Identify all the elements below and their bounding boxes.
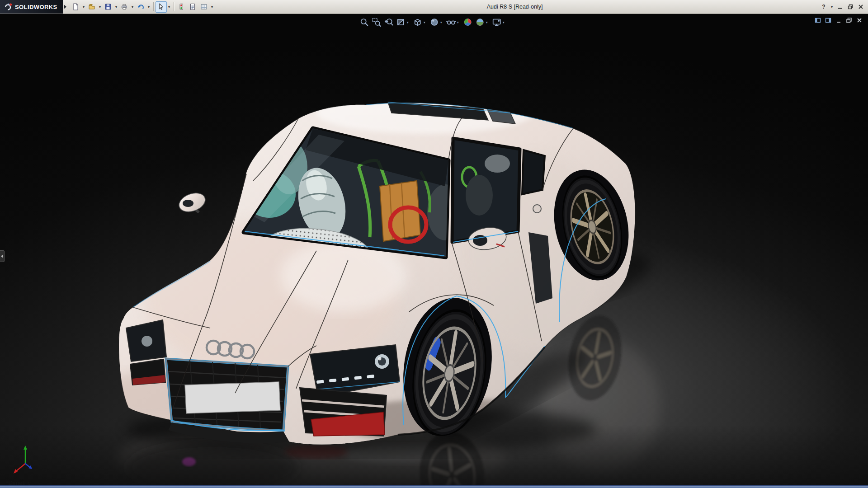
- solidworks-logo: SOLIDWORKS: [0, 0, 63, 14]
- window-title: Audi R8 S [Read-only]: [487, 4, 543, 10]
- left-intake: [130, 359, 165, 385]
- panel-collapse-tab[interactable]: [0, 250, 5, 262]
- print-button[interactable]: [119, 1, 130, 13]
- close-button[interactable]: [856, 2, 865, 11]
- apply-scene-button[interactable]: [474, 16, 486, 28]
- hide-show-items-button[interactable]: [445, 16, 457, 28]
- window-controls: ? ▾: [819, 2, 868, 11]
- model-3d-view[interactable]: [0, 14, 868, 485]
- chevron-left-icon: [1, 254, 3, 258]
- title-bar: SOLIDWORKS ▾ ▾ ▾ ▾ ▾ ▾ ▾ Aud: [0, 0, 868, 14]
- status-bar: [0, 485, 868, 488]
- help-dropdown[interactable]: ▾: [830, 5, 834, 9]
- orientation-triad: [9, 442, 42, 478]
- zoom-to-area-button[interactable]: [370, 16, 382, 28]
- open-button[interactable]: [86, 1, 98, 13]
- left-mirror[interactable]: [176, 190, 208, 215]
- save-button[interactable]: [103, 1, 114, 13]
- document-window-controls: [813, 16, 863, 24]
- toolbar-separator: [153, 2, 154, 11]
- fuel-cap: [533, 205, 541, 213]
- solidworks-logo-text: SOLIDWORKS: [15, 4, 57, 10]
- options-button[interactable]: [198, 1, 210, 13]
- license-plate: [185, 382, 280, 413]
- save-dropdown[interactable]: ▾: [114, 1, 119, 13]
- document-restore-button[interactable]: [844, 16, 853, 24]
- help-button[interactable]: ?: [819, 2, 828, 11]
- zoom-to-fit-button[interactable]: [358, 16, 370, 28]
- select-button[interactable]: [156, 1, 167, 13]
- solidworks-logo-icon: [4, 3, 13, 11]
- document-close-button[interactable]: [855, 16, 863, 24]
- print-dropdown[interactable]: ▾: [130, 1, 135, 13]
- edit-appearance-button[interactable]: [462, 16, 474, 28]
- menu-flyout-arrow[interactable]: [64, 5, 66, 9]
- apply-scene-dropdown[interactable]: ▾: [486, 20, 490, 24]
- standard-toolbar: ▾ ▾ ▾ ▾ ▾ ▾ ▾: [70, 1, 215, 13]
- new-document-button[interactable]: [70, 1, 81, 13]
- open-dropdown[interactable]: ▾: [98, 1, 103, 13]
- hide-show-items-dropdown[interactable]: ▾: [457, 20, 461, 24]
- undo-dropdown[interactable]: ▾: [146, 1, 151, 13]
- minimize-button[interactable]: [835, 2, 844, 11]
- front-grille[interactable]: [166, 359, 288, 431]
- display-style-dropdown[interactable]: ▾: [440, 20, 444, 24]
- previous-view-button[interactable]: [382, 16, 395, 28]
- undo-button[interactable]: [135, 1, 146, 13]
- restore-button[interactable]: [846, 2, 855, 11]
- toolbar-separator: [174, 2, 174, 11]
- view-orientation-dropdown[interactable]: ▾: [424, 20, 428, 24]
- select-dropdown[interactable]: ▾: [167, 1, 172, 13]
- pane-left-button[interactable]: [813, 16, 822, 24]
- view-orientation-button[interactable]: [411, 16, 424, 28]
- view-settings-button[interactable]: [491, 16, 503, 28]
- rebuild-button[interactable]: [176, 1, 187, 13]
- view-orientation-label: *Dimetric: [6, 479, 31, 485]
- display-style-button[interactable]: [428, 16, 440, 28]
- document-minimize-button[interactable]: [834, 16, 843, 24]
- section-view-button[interactable]: [395, 16, 407, 28]
- graphics-area[interactable]: ▾ ▾ ▾ ▾ ▾ ▾: [0, 14, 868, 485]
- file-properties-button[interactable]: [187, 1, 198, 13]
- right-intake: [300, 388, 387, 436]
- options-dropdown[interactable]: ▾: [210, 1, 215, 13]
- new-document-dropdown[interactable]: ▾: [81, 1, 86, 13]
- view-settings-dropdown[interactable]: ▾: [503, 20, 507, 24]
- heads-up-toolbar: ▾ ▾ ▾ ▾ ▾ ▾: [358, 16, 507, 28]
- pane-right-button[interactable]: [824, 16, 832, 24]
- section-view-dropdown[interactable]: ▾: [407, 20, 411, 24]
